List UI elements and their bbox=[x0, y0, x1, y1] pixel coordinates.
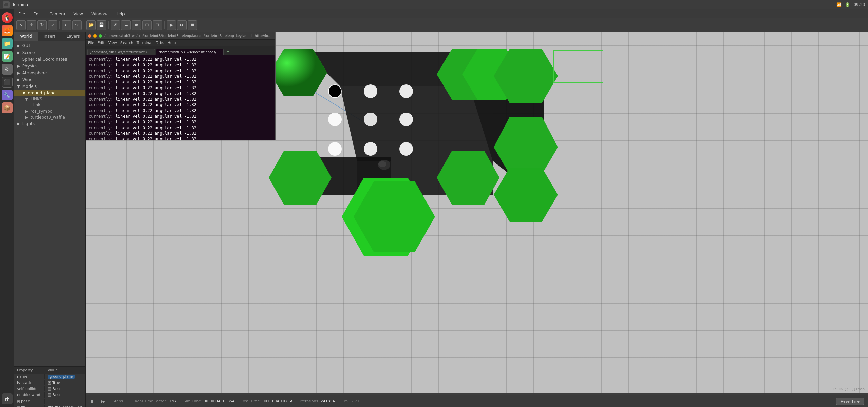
toolbar-rotate-btn[interactable]: ↻ bbox=[37, 20, 47, 30]
toolbar-stop-btn[interactable]: ⏹ bbox=[188, 20, 197, 30]
taskbar: ⬛ Terminal 📶 🔋 09:23 bbox=[0, 0, 868, 9]
menu-help[interactable]: Help bbox=[114, 11, 126, 17]
sidebar-icon-terminal2[interactable]: ⬛ bbox=[2, 77, 13, 88]
terminal-line: currently: linear vel 0.22 angular vel -… bbox=[89, 79, 272, 85]
taskbar-time: 09:23 bbox=[853, 2, 865, 7]
toolbar-scale-btn[interactable]: ⤢ bbox=[48, 20, 57, 30]
term-menu-tabs[interactable]: Tabs bbox=[156, 41, 164, 45]
toolbar-select-btn[interactable]: ↖ bbox=[16, 20, 26, 30]
tree-turtlebot3[interactable]: ▶ turtlebot3_waffle bbox=[14, 114, 85, 120]
terminal-line: currently: linear vel 0.22 angular vel -… bbox=[89, 74, 272, 79]
terminal-content[interactable]: currently: linear vel 0.22 angular vel -… bbox=[86, 55, 275, 140]
reset-time-button[interactable]: Reset Time bbox=[836, 398, 864, 405]
tab-world[interactable]: World bbox=[14, 32, 38, 41]
sidebar-icon-ubuntu[interactable]: 🐧 bbox=[2, 12, 13, 23]
taskbar-terminal-icon[interactable]: ⬛ bbox=[3, 1, 10, 8]
status-iterations-label: Iterations: bbox=[300, 399, 319, 403]
terminal-window[interactable]: /home/ros/tub3_ws/src/turtlebot3/turtleb… bbox=[86, 32, 276, 140]
terminal-line: currently: linear vel 0.22 angular vel -… bbox=[89, 114, 272, 119]
toolbar-sun-btn[interactable]: ☀ bbox=[111, 20, 120, 30]
prop-isstatic-value[interactable]: ✓ True bbox=[45, 380, 63, 385]
terminal-maximize-btn[interactable] bbox=[99, 34, 102, 38]
status-fps-label: FPS: bbox=[342, 399, 350, 403]
term-menu-search[interactable]: Search bbox=[120, 41, 133, 45]
props-col-value: Value bbox=[45, 367, 60, 373]
sidebar-icon-files[interactable]: 📁 bbox=[2, 38, 13, 49]
status-iterations-value: 241854 bbox=[321, 399, 335, 403]
menu-view[interactable]: View bbox=[72, 11, 84, 17]
tree-ros-symbol[interactable]: ▶ ros_symbol bbox=[14, 108, 85, 114]
prop-enablewind-value[interactable]: False bbox=[45, 392, 64, 398]
sidebar-icon-tools[interactable]: 🔧 bbox=[2, 90, 13, 100]
terminal-line: currently: linear vel 0.22 angular vel -… bbox=[89, 62, 272, 68]
terminal-title-path: /home/ros/tub3_ws/src/turtlebot3/turtleb… bbox=[104, 34, 273, 38]
play-step-icon[interactable]: ⏭ bbox=[101, 399, 106, 404]
tree-models[interactable]: ▼ Models bbox=[14, 83, 85, 90]
menu-edit[interactable]: Edit bbox=[32, 11, 42, 17]
tree-physics[interactable]: ▶ Physics bbox=[14, 63, 85, 70]
tree-lights[interactable]: ▶ Lights bbox=[14, 120, 85, 127]
prop-link-value: ground_plane::link bbox=[45, 405, 85, 407]
toolbar-open-btn[interactable]: 📂 bbox=[86, 20, 96, 30]
prop-selfcollide-checkbox[interactable] bbox=[48, 387, 51, 391]
tree-atmosphere[interactable]: ▶ Atmosphere bbox=[14, 70, 85, 76]
status-steps: Steps: 1 bbox=[113, 399, 128, 403]
prop-selfcollide-value[interactable]: False bbox=[45, 386, 64, 391]
term-menu-edit[interactable]: Edit bbox=[97, 41, 105, 45]
term-menu-view[interactable]: View bbox=[108, 41, 117, 45]
term-menu-help[interactable]: Help bbox=[168, 41, 176, 45]
toolbar-cloud-btn[interactable]: ☁ bbox=[121, 20, 131, 30]
menu-camera[interactable]: Camera bbox=[48, 11, 67, 17]
tree-spherical-coords[interactable]: ▶ Spherical Coordinates bbox=[14, 56, 85, 63]
sidebar-icon-settings[interactable]: ⚙ bbox=[2, 64, 13, 75]
prop-name-value: ground_plane bbox=[45, 374, 77, 379]
gazebo-menubar: File Edit Camera View Window Help bbox=[14, 9, 868, 18]
prop-isstatic-checkbox[interactable]: ✓ bbox=[48, 381, 51, 385]
tree-ground-plane[interactable]: ▼ ground_plane bbox=[14, 90, 85, 96]
tree-link[interactable]: ▶ link bbox=[14, 102, 85, 108]
toolbar-play-btn[interactable]: ▶ bbox=[167, 20, 176, 30]
toolbar-undo-btn[interactable]: ↩ bbox=[62, 20, 71, 30]
term-tab-1[interactable]: /home/ros/tub3_ws/src/turtlebot3_simulat… bbox=[87, 49, 155, 55]
tab-layers[interactable]: Layers bbox=[61, 32, 85, 41]
right-area: /home/ros/tub3_ws/src/turtlebot3/turtleb… bbox=[86, 32, 868, 407]
toolbar-save-btn[interactable]: 💾 bbox=[97, 20, 106, 30]
sidebar-icon-trash[interactable]: 🗑 bbox=[2, 393, 13, 404]
tree-gui[interactable]: ▶ GUI bbox=[14, 42, 85, 49]
toolbar-ortho-btn[interactable]: ⊞ bbox=[142, 20, 152, 30]
hex-far-right-bottom bbox=[494, 168, 558, 222]
term-menu-terminal[interactable]: Terminal bbox=[137, 41, 153, 45]
tree-links[interactable]: ▼ LINKS bbox=[14, 96, 85, 102]
toolbar-step-btn[interactable]: ⏭ bbox=[177, 20, 187, 30]
menu-file[interactable]: File bbox=[17, 11, 26, 17]
sidebar-icon-text-editor[interactable]: 📝 bbox=[2, 51, 13, 62]
corner-selection-box bbox=[554, 51, 603, 83]
term-tab-new[interactable]: + bbox=[224, 48, 232, 55]
tree-scene[interactable]: ▶ Scene bbox=[14, 49, 85, 56]
terminal-line: currently: linear vel 0.22 angular vel -… bbox=[89, 68, 272, 74]
prop-isstatic-label: is_static bbox=[14, 380, 45, 385]
terminal-close-btn[interactable] bbox=[88, 34, 91, 38]
tree-wind[interactable]: ▶ Wind bbox=[14, 76, 85, 83]
toolbar-persp-btn[interactable]: ⊟ bbox=[153, 20, 162, 30]
pause-icon[interactable]: ⏸ bbox=[90, 399, 94, 404]
toolbar-grid-btn[interactable]: # bbox=[132, 20, 141, 30]
term-menu-file[interactable]: File bbox=[88, 41, 94, 45]
status-rtf-value: 0.97 bbox=[168, 399, 177, 403]
status-steps-label: Steps: bbox=[113, 399, 124, 403]
sphere-2 bbox=[364, 84, 377, 98]
toolbar-redo-btn[interactable]: ↪ bbox=[72, 20, 82, 30]
prop-row-self-collide: self_collide False bbox=[14, 386, 85, 392]
terminal-minimize-btn[interactable] bbox=[93, 34, 97, 38]
menu-window[interactable]: Window bbox=[90, 11, 109, 17]
tab-insert[interactable]: Insert bbox=[38, 32, 62, 41]
prop-enablewind-checkbox[interactable] bbox=[48, 393, 51, 397]
sidebar-icon-3d[interactable]: 📦 bbox=[2, 102, 13, 113]
sidebar-icon-firefox[interactable]: 🦊 bbox=[2, 25, 13, 36]
taskbar-battery-icon: 🔋 bbox=[845, 2, 850, 7]
prop-link-label: ▶link bbox=[14, 405, 45, 407]
toolbar-sep4 bbox=[164, 21, 165, 29]
term-tab-2[interactable]: /home/ros/tub3_ws/src/turtlebot3/turtleb… bbox=[156, 49, 224, 55]
prop-pose-expand[interactable]: ▶ bbox=[17, 400, 20, 403]
toolbar-translate-btn[interactable]: ✛ bbox=[27, 20, 36, 30]
